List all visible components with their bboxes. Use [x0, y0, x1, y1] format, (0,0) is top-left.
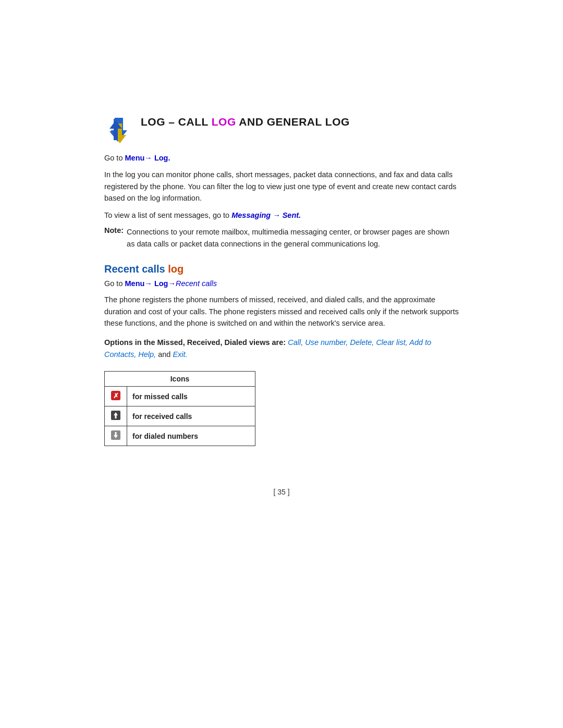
- dialed-call-icon-cell: [105, 426, 127, 446]
- received-call-icon-cell: [105, 406, 127, 426]
- icons-table-wrapper: Icons ✗ for missed calls: [104, 371, 459, 446]
- intro-paragraph: In the log you can monitor phone calls, …: [104, 169, 459, 204]
- missed-call-icon-cell: ✗: [105, 387, 127, 406]
- table-header: Icons: [105, 372, 255, 387]
- recent-calls-body: The phone registers the phone numbers of…: [104, 294, 459, 329]
- table-row: for received calls: [105, 406, 255, 426]
- received-call-icon: [110, 410, 121, 421]
- table-row: ✗ for missed calls: [105, 387, 255, 406]
- missed-call-desc: for missed calls: [127, 387, 255, 406]
- recent-calls-title: Recent calls log: [104, 263, 459, 275]
- missed-call-icon: ✗: [110, 390, 121, 401]
- goto-log-line: Go to Menu→ Log.: [104, 152, 459, 164]
- options-line: Options in the Missed, Received, Dialed …: [104, 337, 459, 361]
- note-block: Note: Connections to your remote mailbox…: [104, 226, 459, 250]
- view-sent-line: To view a list of sent messages, go to M…: [104, 209, 459, 221]
- dialed-call-desc: for dialed numbers: [127, 426, 255, 446]
- dialed-call-icon: [110, 429, 121, 441]
- page-number: [ 35 ]: [104, 488, 459, 496]
- received-call-desc: for received calls: [127, 406, 255, 426]
- section-icon: [104, 117, 131, 144]
- table-row: for dialed numbers: [105, 426, 255, 446]
- goto-recent-calls: Go to Menu→ Log→Recent calls: [104, 279, 459, 288]
- svg-text:✗: ✗: [113, 392, 119, 400]
- icons-table: Icons ✗ for missed calls: [104, 371, 255, 446]
- section-title: LOG – CALL LOG AND GENERAL LOG: [141, 115, 350, 129]
